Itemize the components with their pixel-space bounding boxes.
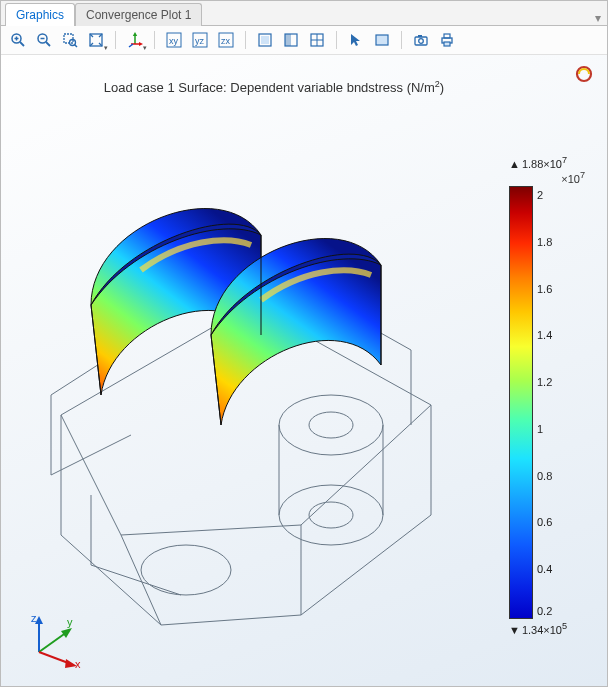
svg-text:z: z: [31, 612, 37, 624]
legend-ticks: 2 1.8 1.6 1.4 1.2 1 0.8 0.6 0.4 0.2: [537, 186, 587, 619]
svg-point-39: [309, 412, 353, 438]
view-xy-button[interactable]: xy: [163, 29, 185, 51]
svg-rect-36: [444, 42, 450, 46]
yz-plane-icon: yz: [192, 32, 208, 48]
zx-plane-icon: zx: [218, 32, 234, 48]
svg-text:zx: zx: [221, 36, 231, 46]
snapshot-button[interactable]: [410, 29, 432, 51]
tab-graphics[interactable]: Graphics: [5, 3, 75, 26]
svg-point-41: [309, 502, 353, 528]
select-button[interactable]: [345, 29, 367, 51]
svg-rect-30: [376, 35, 388, 45]
view-yz-button[interactable]: yz: [189, 29, 211, 51]
tab-menu-chevron-icon: ▾: [595, 11, 601, 25]
select-box-button[interactable]: [371, 29, 393, 51]
zoom-in-icon: [10, 32, 26, 48]
svg-marker-53: [61, 628, 72, 638]
axis-arrows-icon: [127, 32, 143, 48]
svg-line-9: [75, 45, 78, 48]
scene-light-icon: [257, 32, 273, 48]
svg-text:x: x: [75, 658, 81, 670]
legend-min-value: ▼1.34×105: [509, 621, 587, 636]
camera-icon: [413, 32, 429, 48]
svg-rect-23: [261, 36, 269, 44]
zoom-extents-button[interactable]: ▾: [85, 29, 107, 51]
svg-rect-35: [444, 34, 450, 38]
legend-max-value: ▲1.88×107: [509, 155, 587, 170]
orbit-button[interactable]: ▾: [124, 29, 146, 51]
transparency-icon: [283, 32, 299, 48]
zoom-box-button[interactable]: [59, 29, 81, 51]
axis-orientation-triad: z y x: [19, 610, 89, 670]
color-legend: ▲1.88×107 ×107 2 1.8 1.6 1.4 1.2 1 0.8 0…: [509, 155, 587, 636]
svg-rect-33: [418, 35, 422, 37]
view-zx-button[interactable]: zx: [215, 29, 237, 51]
tab-bar-menu[interactable]: ▾: [595, 11, 607, 25]
svg-line-52: [39, 632, 67, 652]
svg-point-44: [141, 545, 231, 595]
svg-text:y: y: [67, 616, 73, 628]
tab-bar: Graphics Convergence Plot 1 ▾: [1, 1, 607, 26]
xy-plane-icon: xy: [166, 32, 182, 48]
cursor-icon: [348, 32, 364, 48]
legend-gradient-bar: [509, 186, 533, 619]
zoom-box-icon: [62, 32, 78, 48]
zoom-in-button[interactable]: [7, 29, 29, 51]
scene-light-button[interactable]: [254, 29, 276, 51]
zoom-out-button[interactable]: [33, 29, 55, 51]
svg-marker-12: [133, 32, 137, 36]
svg-point-38: [279, 395, 383, 455]
print-button[interactable]: [436, 29, 458, 51]
svg-text:xy: xy: [169, 36, 179, 46]
legend-scale-exponent: ×107: [509, 170, 587, 185]
svg-rect-25: [285, 34, 291, 46]
wireframe-icon: [309, 32, 325, 48]
svg-point-32: [419, 39, 424, 44]
select-box-icon: [374, 32, 390, 48]
zoom-extents-icon: [88, 32, 104, 48]
transparency-button[interactable]: [280, 29, 302, 51]
model-render: [1, 95, 501, 655]
svg-marker-29: [351, 34, 360, 46]
comsol-logo-icon: [575, 65, 593, 83]
svg-text:yz: yz: [195, 36, 205, 46]
graphics-toolbar: ▾ ▾ xy yz zx: [1, 26, 607, 55]
printer-icon: [439, 32, 455, 48]
svg-line-5: [46, 42, 50, 46]
svg-point-40: [279, 485, 383, 545]
plot-title: Load case 1 Surface: Dependent variable …: [1, 79, 547, 95]
graphics-viewport[interactable]: Load case 1 Surface: Dependent variable …: [1, 55, 607, 686]
tab-convergence-plot-1[interactable]: Convergence Plot 1: [75, 3, 202, 26]
zoom-out-icon: [36, 32, 52, 48]
svg-line-1: [20, 42, 24, 46]
svg-rect-7: [64, 34, 73, 43]
wireframe-button[interactable]: [306, 29, 328, 51]
